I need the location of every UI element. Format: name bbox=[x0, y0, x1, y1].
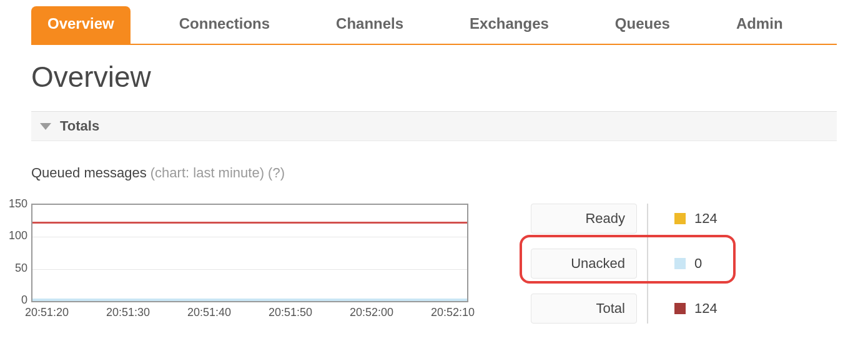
legend-unacked-number: 0 bbox=[694, 255, 702, 272]
tab-exchanges[interactable]: Exchanges bbox=[458, 6, 560, 44]
y-tick: 50 bbox=[0, 261, 27, 274]
tab-admin[interactable]: Admin bbox=[725, 6, 794, 44]
x-tick: 20:51:20 bbox=[25, 306, 69, 319]
y-tick: 100 bbox=[0, 229, 27, 242]
tab-queues[interactable]: Queues bbox=[604, 6, 681, 44]
x-tick: 20:51:50 bbox=[269, 306, 312, 319]
queued-messages-chart: 050100150 20:51:2020:51:3020:51:4020:51:… bbox=[31, 204, 475, 319]
nav-tabs: OverviewConnectionsChannelsExchangesQueu… bbox=[31, 5, 837, 45]
swatch-unacked-icon bbox=[674, 258, 686, 269]
x-tick: 20:52:10 bbox=[431, 306, 475, 319]
chart-legend: Ready 124 Unacked 0 Total 124 bbox=[531, 204, 718, 324]
page-title: Overview bbox=[31, 60, 837, 94]
chart-caption: Queued messages (chart: last minute) (?) bbox=[31, 165, 837, 181]
chart-range-select[interactable]: (chart: last minute) bbox=[150, 165, 264, 180]
series-ready bbox=[32, 222, 467, 224]
legend-unacked-value: 0 bbox=[674, 255, 718, 272]
legend-ready-value: 124 bbox=[674, 210, 718, 227]
x-tick: 20:51:40 bbox=[187, 306, 231, 319]
legend-ready-button[interactable]: Ready bbox=[531, 204, 637, 234]
section-title: Totals bbox=[60, 118, 99, 134]
x-tick: 20:52:00 bbox=[350, 306, 393, 319]
tab-overview[interactable]: Overview bbox=[31, 6, 131, 44]
chart-title: Queued messages bbox=[31, 165, 147, 180]
legend-divider bbox=[647, 204, 648, 324]
y-tick: 0 bbox=[0, 294, 27, 307]
swatch-ready-icon bbox=[674, 213, 686, 224]
tab-connections[interactable]: Connections bbox=[168, 6, 281, 44]
tab-channels[interactable]: Channels bbox=[325, 6, 415, 44]
legend-total-value: 124 bbox=[674, 300, 718, 317]
legend-ready-number: 124 bbox=[694, 210, 718, 227]
series-unacked bbox=[32, 299, 467, 301]
chevron-down-icon bbox=[40, 123, 51, 130]
section-totals-toggle[interactable]: Totals bbox=[31, 111, 837, 141]
swatch-total-icon bbox=[674, 303, 686, 314]
legend-total-button[interactable]: Total bbox=[531, 294, 637, 324]
legend-total-number: 124 bbox=[694, 300, 718, 317]
x-tick: 20:51:30 bbox=[106, 306, 150, 319]
chart-help-icon[interactable]: (?) bbox=[268, 165, 285, 180]
y-tick: 150 bbox=[0, 197, 27, 210]
legend-unacked-button[interactable]: Unacked bbox=[531, 249, 637, 279]
